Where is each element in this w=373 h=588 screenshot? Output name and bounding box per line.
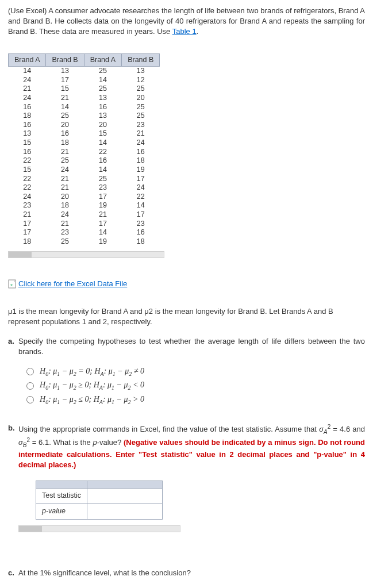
table-body: 1413251324171412211525252421132016141625… [9,67,160,247]
table-cell: 25 [122,103,160,112]
answer-hdr-2 [87,481,163,489]
col-header: Brand A [84,53,121,67]
qb-sigB: σ [18,438,23,447]
table-cell: 18 [46,201,84,210]
table-cell: 22 [9,156,46,166]
table-cell: 16 [46,129,84,139]
table-cell: 23 [9,201,46,210]
intro-suffix: . [197,27,199,36]
table-cell: 14 [84,166,121,175]
qa-opt-3: H0: μ1 − μ2 ≤ 0; HA: μ1 − μ2 > 0 [40,394,144,406]
table-row: 14132513 [9,67,160,76]
table-cell: 15 [9,139,46,148]
table-row: 21242117 [9,210,160,220]
table-row: 15241419 [9,166,160,175]
table-cell: 21 [46,94,84,103]
table-cell: 14 [84,228,121,237]
table-cell: 17 [9,220,46,229]
table-cell: 14 [84,76,121,85]
qa-opt-2: H0: μ1 − μ2 ≥ 0; HA: μ1 − μ2 < 0 [40,379,144,392]
problem-intro: (Use Excel) A consumer advocate research… [8,6,365,37]
table-row: 22212324 [9,183,160,193]
table-cell: 15 [84,129,121,139]
table-cell: 13 [9,129,46,139]
table-cell: 23 [122,220,160,229]
table-cell: 25 [84,67,121,76]
table-cell: 22 [84,148,121,157]
qb-sigA: σ [319,425,324,433]
table-cell: 21 [46,148,84,157]
qb-subA: A [324,429,328,435]
table-cell: 17 [46,76,84,85]
qa-radio-3[interactable] [26,396,34,403]
table-cell: 17 [122,175,160,184]
table-cell: 20 [46,193,84,202]
table-cell: 21 [46,175,84,184]
table-cell: 14 [9,67,46,76]
table-row: 15181424 [9,139,160,148]
horizontal-scrollbar-2[interactable] [18,525,180,532]
table-cell: 18 [46,139,84,148]
horizontal-scrollbar[interactable] [8,251,164,258]
table-cell: 20 [122,94,160,103]
table-cell: 17 [84,220,121,229]
table-row: 13161521 [9,129,160,139]
pvalue-input[interactable] [93,506,156,516]
table-cell: 24 [9,193,46,202]
table-cell: 16 [84,156,121,166]
table-cell: 16 [9,121,46,130]
qb-t1: Using the appropriate commands in Excel,… [18,425,319,433]
table-cell: 21 [122,129,160,139]
table-cell: 21 [46,183,84,193]
qb-eqB: = 6.1. What is the [30,438,93,447]
table-cell: 24 [46,210,84,220]
test-stat-input[interactable] [93,491,156,500]
table-cell: 12 [122,76,160,85]
table-cell: 15 [46,84,84,94]
table-row: 22212517 [9,175,160,184]
data-table: Brand ABrand BBrand ABrand B 14132513241… [8,53,160,247]
table-header-row: Brand ABrand BBrand ABrand B [9,53,160,67]
table-cell: 18 [122,156,160,166]
table-cell: 22 [122,193,160,202]
table-cell: 19 [122,166,160,175]
table-row: 17211723 [9,220,160,229]
table-cell: 19 [84,201,121,210]
table-cell: 25 [46,237,84,247]
table-cell: 25 [84,84,121,94]
table-cell: 21 [84,210,121,220]
table-cell: 22 [9,175,46,184]
table-cell: 24 [46,166,84,175]
qb-p: p [93,438,97,447]
qb-label: b. [8,423,18,553]
table-cell: 15 [9,166,46,175]
qc-label: c. [8,568,18,588]
table-cell: 21 [9,84,46,94]
qa-radio-1[interactable] [26,368,34,375]
table-cell: 23 [122,121,160,130]
table-cell: 22 [9,183,46,193]
table-cell: 25 [84,175,121,184]
qa-radio-2[interactable] [26,382,34,390]
table-cell: 18 [9,237,46,247]
table-row: 21152525 [9,84,160,94]
table-cell: 16 [9,103,46,112]
table-cell: 25 [122,84,160,94]
test-stat-label: Test statistic [36,489,87,504]
table-row: 16202023 [9,121,160,130]
table-cell: 14 [84,139,121,148]
qb-subB: B [23,442,27,448]
table-cell: 24 [122,139,160,148]
table-cell: 20 [84,121,121,130]
table-cell: 23 [84,183,121,193]
excel-data-link[interactable]: Click here for the Excel Data File [18,279,127,289]
qb-body: Using the appropriate commands in Excel,… [18,423,365,553]
table-cell: 23 [46,228,84,237]
table-link[interactable]: Table 1 [172,27,197,36]
table-cell: 16 [84,103,121,112]
table-cell: 24 [9,76,46,85]
table-cell: 13 [46,67,84,76]
mu-description: μ1 is the mean longevity for Brand A and… [8,306,365,327]
table-cell: 17 [84,193,121,202]
qb-t2: -value? [97,438,124,447]
